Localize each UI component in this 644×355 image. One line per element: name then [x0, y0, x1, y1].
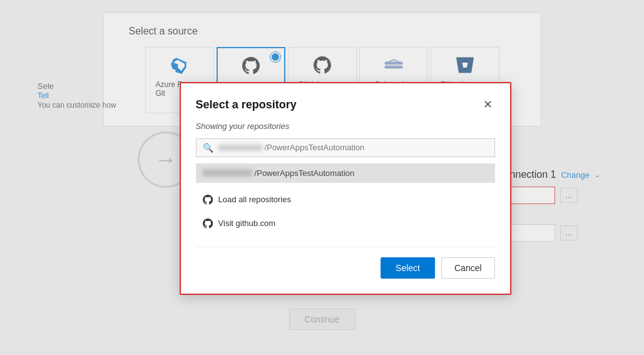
- visit-github-link[interactable]: Visit github.com: [196, 213, 495, 234]
- select-button[interactable]: Select: [381, 257, 435, 279]
- dialog-title: Select a repository: [196, 98, 297, 111]
- repo-item[interactable]: /PowerAppsTestAutomation: [196, 163, 495, 183]
- select-repository-dialog: Select a repository ✕ Showing your repos…: [180, 82, 511, 295]
- dialog-footer: Select Cancel: [196, 247, 495, 279]
- search-input[interactable]: [265, 143, 488, 152]
- dialog-subtitle: Showing your repositories: [196, 121, 495, 131]
- cancel-button[interactable]: Cancel: [441, 257, 495, 279]
- search-blur-prefix: [218, 145, 262, 151]
- page-container: Select a source Azure Repos Git: [0, 0, 644, 355]
- repo-blur-prefix: [202, 169, 252, 177]
- search-row[interactable]: 🔍: [196, 138, 495, 157]
- github-load-icon: [202, 194, 213, 205]
- dialog-close-button[interactable]: ✕: [481, 99, 495, 110]
- repo-path: /PowerAppsTestAutomation: [255, 168, 355, 178]
- github-visit-icon: [202, 218, 213, 229]
- load-all-link[interactable]: Load all repositories: [196, 189, 495, 210]
- load-all-label: Load all repositories: [218, 195, 291, 204]
- visit-github-label: Visit github.com: [218, 219, 276, 228]
- search-icon: 🔍: [203, 143, 213, 153]
- dialog-header: Select a repository ✕: [196, 98, 495, 111]
